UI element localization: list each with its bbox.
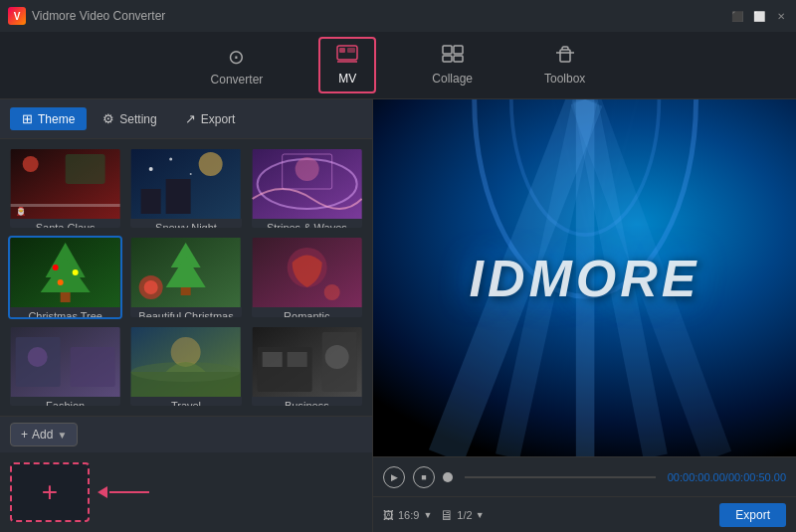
theme-grid: 🎅 Santa Claus Snowy Night [0, 139, 372, 416]
main-content: ⊞ Theme ⚙ Setting ↗ Export 🎅 [0, 99, 796, 532]
svg-rect-14 [11, 204, 120, 207]
time-display: 00:00:00.00/00:00:50.00 [668, 471, 786, 483]
nav-mv[interactable]: MV [318, 37, 376, 93]
add-label: Add [32, 428, 53, 442]
play-button[interactable]: ▶ [383, 466, 405, 488]
tab-export-label: Export [201, 112, 236, 126]
nav-converter[interactable]: ⊙ Converter [195, 39, 280, 92]
svg-rect-36 [181, 287, 191, 295]
svg-point-24 [295, 157, 318, 181]
nav-collage[interactable]: Collage [416, 39, 489, 91]
aspect-dropdown-icon: ▼ [423, 510, 432, 520]
tab-export[interactable]: ↗ Export [173, 107, 248, 130]
playback-bar: ▶ ■ 00:00:00.00/00:00:50.00 [373, 456, 796, 496]
svg-point-41 [323, 284, 339, 300]
setting-tab-icon: ⚙ [102, 111, 114, 126]
svg-rect-4 [443, 46, 452, 54]
export-label: Export [735, 508, 770, 522]
video-preview: IDMORE [373, 99, 796, 456]
export-button[interactable]: Export [719, 503, 786, 527]
svg-rect-6 [443, 56, 452, 62]
svg-rect-44 [71, 347, 115, 387]
svg-point-38 [144, 280, 158, 294]
page-select[interactable]: 🖥 1/2 ▼ [440, 507, 484, 523]
svg-rect-5 [454, 46, 463, 54]
app-logo: V [8, 7, 26, 25]
theme-beautiful-christmas-label: Beautiful Christmas [130, 307, 241, 318]
theme-tab-icon: ⊞ [22, 111, 33, 126]
left-panel: ⊞ Theme ⚙ Setting ↗ Export 🎅 [0, 99, 373, 532]
svg-point-55 [324, 345, 348, 369]
right-panel: IDMORE ▶ ■ 00:00:00.00/00:00:50.00 🖼 16:… [373, 99, 796, 532]
theme-romantic-label: Romantic [252, 307, 362, 318]
svg-rect-17 [141, 189, 161, 214]
svg-rect-8 [560, 50, 570, 62]
tab-theme-label: Theme [38, 112, 75, 126]
window-controls: ⬛ ⬜ ✕ [730, 9, 788, 23]
close-button[interactable]: ✕ [774, 9, 788, 23]
theme-stripes-waves[interactable]: Stripes & Waves [250, 147, 364, 230]
theme-business-label: Business [252, 397, 362, 408]
maximize-button[interactable]: ⬜ [752, 9, 766, 23]
theme-business[interactable]: Business [250, 325, 364, 408]
app-title: Vidmore Video Converter [32, 9, 724, 23]
add-dropdown-icon: ▼ [57, 430, 67, 441]
add-button[interactable]: + Add ▼ [10, 423, 78, 446]
theme-snowy-night[interactable]: Snowy Night [128, 147, 243, 230]
tab-setting[interactable]: ⚙ Setting [91, 107, 168, 130]
svg-rect-18 [166, 179, 191, 214]
svg-point-32 [58, 279, 64, 285]
theme-santa-claus[interactable]: 🎅 Santa Claus [8, 147, 122, 230]
bottom-bar: 🖼 16:9 ▼ 🖥 1/2 ▼ Export [373, 496, 796, 532]
collage-icon [442, 45, 464, 68]
clip-placeholder[interactable]: + [10, 462, 90, 522]
svg-point-16 [199, 152, 223, 176]
clip-add-icon: + [42, 478, 58, 506]
playback-progress[interactable] [443, 472, 453, 482]
theme-fashion-label: Fashion [10, 397, 120, 408]
svg-point-31 [73, 269, 79, 275]
add-bar: + Add ▼ [0, 416, 372, 452]
export-tab-icon: ↗ [185, 111, 196, 126]
svg-point-11 [23, 156, 39, 172]
add-icon: + [21, 428, 28, 442]
theme-stripes-waves-label: Stripes & Waves [252, 219, 362, 230]
svg-rect-12 [66, 154, 105, 184]
page-value: 1/2 [457, 509, 472, 521]
nav-converter-label: Converter [211, 73, 264, 87]
theme-fashion[interactable]: Fashion [8, 325, 122, 408]
svg-text:🎅: 🎅 [16, 206, 26, 216]
svg-rect-2 [347, 48, 355, 53]
minimize-button[interactable]: ⬛ [730, 9, 744, 23]
tab-setting-label: Setting [119, 112, 156, 126]
aspect-ratio-value: 16:9 [398, 509, 419, 521]
top-navigation: ⊙ Converter MV Collage [0, 32, 796, 99]
theme-snowy-night-label: Snowy Night [130, 219, 241, 230]
theme-travel[interactable]: Travel [128, 325, 243, 408]
theme-romantic[interactable]: Romantic [250, 236, 364, 318]
mv-icon [336, 45, 358, 68]
theme-travel-label: Travel [130, 397, 241, 408]
toolbox-icon [554, 45, 576, 68]
svg-rect-54 [287, 352, 306, 367]
aspect-ratio-select[interactable]: 🖼 16:9 ▼ [383, 509, 432, 521]
clip-area: + [0, 452, 372, 532]
nav-toolbox[interactable]: Toolbox [528, 39, 601, 91]
svg-point-19 [149, 167, 153, 171]
svg-point-20 [169, 158, 172, 161]
svg-rect-7 [454, 56, 463, 62]
preview-watermark: IDMORE [470, 249, 700, 308]
titlebar: V Vidmore Video Converter ⬛ ⬜ ✕ [0, 0, 796, 32]
svg-point-21 [190, 173, 192, 175]
svg-point-30 [53, 265, 59, 270]
stop-button[interactable]: ■ [413, 466, 435, 488]
theme-christmas-tree-label: Christmas Tree [10, 307, 120, 318]
progress-bar[interactable] [465, 476, 656, 478]
tab-theme[interactable]: ⊞ Theme [10, 107, 87, 130]
arrow-line [109, 491, 149, 493]
svg-rect-29 [61, 292, 71, 302]
nav-mv-label: MV [338, 72, 356, 86]
theme-christmas-tree[interactable]: Christmas Tree [8, 236, 122, 318]
theme-beautiful-christmas[interactable]: Beautiful Christmas [128, 236, 243, 318]
svg-point-45 [28, 347, 48, 367]
